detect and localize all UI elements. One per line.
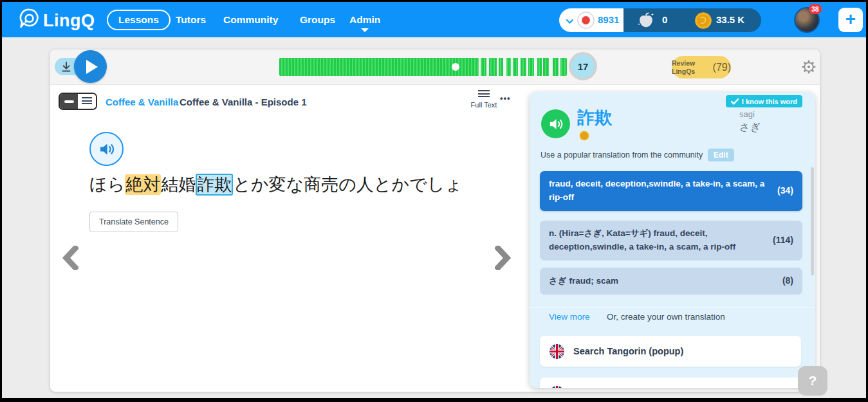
reader-card: 17 Review LingQs (79)	[50, 50, 820, 392]
gear-icon	[800, 59, 817, 75]
full-text-label: Full Text	[464, 101, 504, 109]
chevron-down-icon[interactable]	[566, 17, 573, 25]
top-navbar: LingQ Lessons Tutors Community Groups Ad…	[2, 2, 866, 37]
sentence-word[interactable]: 結婚	[161, 175, 196, 194]
translation-votes: (114)	[773, 233, 793, 248]
scrollbar-thumb[interactable]	[811, 167, 814, 275]
progress-gap	[511, 58, 513, 76]
pages-remaining-value: 17	[578, 61, 589, 72]
i-know-this-word-button[interactable]: I know this word	[726, 95, 802, 107]
paragraph-mode-icon[interactable]	[78, 94, 96, 109]
next-sentence-button[interactable]	[495, 246, 512, 273]
known-words-stat[interactable]: 8931	[559, 8, 623, 32]
review-lingqs-button[interactable]: Review LingQs (79)	[672, 56, 731, 78]
word-reading: さぎ	[739, 121, 761, 134]
nav-tutors[interactable]: Tutors	[176, 2, 206, 37]
apple-count: 0	[662, 14, 667, 25]
word-audio-button[interactable]	[541, 109, 570, 138]
translation-option[interactable]: n. (Hira=さぎ, Kata=サギ) fraud, deceit, dec…	[540, 221, 802, 260]
nav-community-label: Community	[223, 14, 278, 26]
coin-count: 33.5 K	[716, 14, 744, 25]
review-label: Review LingQs	[672, 59, 710, 75]
edit-translation-button[interactable]: Edit	[708, 149, 734, 161]
lingq-reader-screen: LingQ Lessons Tutors Community Groups Ad…	[0, 0, 868, 402]
full-text-icon	[478, 90, 490, 99]
settings-button[interactable]	[800, 59, 817, 75]
divider	[530, 307, 815, 307]
nav-groups-label: Groups	[300, 14, 335, 26]
uk-flag-icon	[549, 343, 565, 360]
check-icon	[731, 98, 739, 105]
translation-votes: (34)	[777, 184, 793, 198]
nav-admin[interactable]: Admin	[349, 2, 380, 37]
popular-translation-hint: Use a popular translation from the commu…	[540, 151, 703, 160]
nav-lessons[interactable]: Lessons	[107, 10, 171, 30]
translation-option[interactable]: さぎ fraud; scam (8)	[540, 268, 802, 295]
selected-word[interactable]: 詐欺	[196, 174, 233, 196]
progress-gap	[549, 58, 553, 76]
streak-coins-stat[interactable]: 0 33.5 K	[623, 8, 761, 32]
review-count: (79)	[713, 62, 731, 73]
brand-name: LingQ	[43, 11, 95, 31]
coin-icon	[579, 131, 589, 143]
chevron-right-icon	[495, 246, 512, 270]
playhead-dot[interactable]	[452, 63, 459, 71]
notification-badge[interactable]: 38	[809, 4, 822, 14]
stats-capsule: 8931 0	[559, 8, 761, 32]
view-more-link[interactable]: View more	[549, 312, 590, 322]
course-link[interactable]: Coffee & Vanilla	[106, 96, 178, 107]
apple-icon	[637, 12, 655, 32]
known-words-count: 8931	[598, 14, 619, 25]
selected-word-title: 詐欺	[577, 106, 612, 129]
lingq-word[interactable]: 絶対	[125, 174, 161, 195]
progress-gap	[497, 58, 499, 76]
create-own-translation-link[interactable]: Or, create your own translation	[607, 312, 725, 322]
sentence-mode-icon[interactable]	[60, 94, 78, 109]
word-transliteration: sagi	[739, 109, 755, 119]
play-icon	[86, 60, 98, 74]
nav-lessons-label: Lessons	[118, 14, 159, 26]
dictionary-search-tangorin[interactable]: Search Tangorin (popup)	[540, 336, 801, 367]
progress-gap	[486, 58, 489, 76]
uk-flag-icon	[549, 385, 565, 388]
translate-sentence-button[interactable]: Translate Sentence	[89, 212, 178, 232]
progress-gap	[534, 58, 537, 76]
progress-gap	[526, 58, 528, 76]
progress-gap	[559, 58, 560, 76]
pages-remaining-counter[interactable]: 17	[569, 52, 597, 80]
dictionary-search-jisho[interactable]: Search Jisho (popup)	[540, 378, 801, 388]
speaker-icon	[98, 140, 116, 158]
chevron-left-icon	[62, 246, 78, 270]
coin-icon	[694, 12, 712, 32]
progress-gap	[479, 58, 481, 76]
sentence-audio-button[interactable]	[89, 132, 124, 166]
progress-gap	[503, 58, 506, 76]
nav-tutors-label: Tutors	[176, 14, 206, 26]
add-content-button[interactable]: +	[838, 8, 863, 32]
play-button[interactable]	[74, 50, 107, 83]
translation-option-selected[interactable]: fraud, deceit, deception,swindle, a take…	[540, 171, 802, 211]
audio-progress-bar[interactable]	[279, 58, 567, 76]
sentence-word[interactable]: ほら	[89, 175, 125, 194]
nav-admin-label: Admin	[349, 14, 380, 26]
dictionary-label: Search Tangorin (popup)	[573, 346, 683, 356]
nav-community[interactable]: Community	[223, 2, 278, 37]
lingq-logo[interactable]: LingQ	[19, 8, 95, 33]
help-button[interactable]: ?	[798, 366, 827, 396]
progress-gap	[518, 58, 521, 76]
translation-text: n. (Hira=さぎ, Kata=サギ) fraud, deceit, dec…	[549, 227, 766, 254]
sentence-text: ほら絶対結婚詐欺とか変な商売の人とかでしょ	[89, 172, 533, 198]
japan-flag-icon	[577, 12, 595, 32]
translation-text: fraud, deceit, deception,swindle, a take…	[549, 178, 771, 205]
full-text-button[interactable]: Full Text	[464, 90, 504, 109]
word-definition-panel: I know this word 詐欺 sagi さぎ Use a popula…	[530, 92, 815, 388]
more-menu-button[interactable]: •••	[500, 93, 511, 103]
view-mode-toggle[interactable]	[59, 93, 97, 110]
sentence-word[interactable]: とか変な商売の人とかでしょ	[233, 175, 463, 194]
nav-groups[interactable]: Groups	[300, 2, 335, 37]
speaker-icon	[548, 116, 564, 132]
lesson-title: Coffee & Vanilla - Episode 1	[180, 96, 307, 107]
lingq-pin-icon	[19, 8, 39, 33]
previous-sentence-button[interactable]	[62, 246, 78, 273]
progress-gap	[542, 58, 543, 76]
